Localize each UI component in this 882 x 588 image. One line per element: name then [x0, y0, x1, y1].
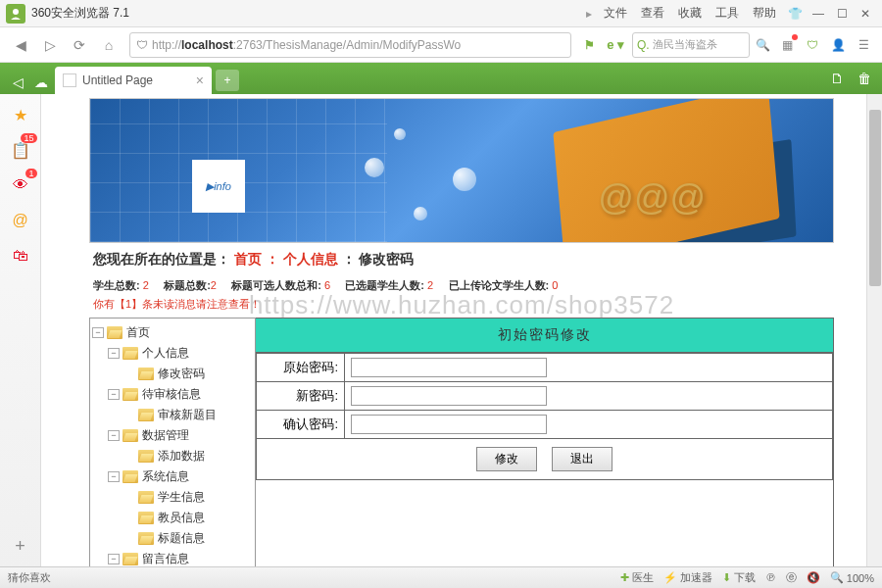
menu-arrow-icon: ▸ [586, 7, 592, 21]
tree-toggle[interactable]: − [92, 327, 104, 338]
search-placeholder: 渔民当海盗杀 [653, 37, 717, 52]
url-text: http://localhost:2763/ThesisManage/Admin… [152, 38, 461, 52]
shield-button[interactable]: 🛡 [802, 34, 823, 56]
tree-label: 系统信息 [142, 468, 189, 485]
status-zoom[interactable]: 🔍100% [830, 571, 874, 584]
alert-message: 你有【1】条未读消息请注意查看！ [89, 295, 834, 314]
menu-view[interactable]: 查看 [635, 3, 670, 24]
maximize-button[interactable]: ☐ [831, 5, 853, 23]
status-p[interactable]: ℗ [765, 571, 776, 584]
tree-item-0[interactable]: −首页 [92, 322, 253, 343]
tab-restore[interactable]: 🗋 [825, 67, 849, 90]
label-new-pw: 新密码: [257, 382, 345, 411]
tree-toggle[interactable]: − [108, 554, 120, 564]
scroll-thumb[interactable] [869, 110, 881, 286]
label-old-pw: 原始密码: [257, 354, 345, 382]
tree-item-7[interactable]: −系统信息 [92, 466, 253, 487]
folder-icon [138, 409, 154, 421]
status-left[interactable]: 猜你喜欢 [8, 570, 620, 585]
status-doctor[interactable]: ✚医生 [620, 570, 654, 585]
ext-button[interactable]: ▦ [776, 34, 798, 56]
tree-label: 数据管理 [142, 427, 189, 444]
tab-close[interactable]: × [196, 73, 204, 88]
home-button[interactable]: ⌂ [96, 32, 122, 58]
tree-toggle[interactable]: − [108, 389, 120, 400]
folder-icon [138, 450, 154, 463]
folder-icon [122, 347, 138, 360]
close-button[interactable]: ✕ [855, 5, 876, 23]
compat-mode[interactable]: e ▾ [603, 37, 628, 52]
tree-toggle[interactable]: − [108, 348, 120, 359]
tab-cloud-icon[interactable]: ☁ [29, 71, 53, 94]
minimize-button[interactable]: — [808, 5, 829, 23]
bc-home[interactable]: 首页 [234, 251, 262, 267]
skin-button[interactable]: 👕 [784, 5, 806, 23]
shield-icon: 🛡 [136, 38, 148, 52]
tab-trash[interactable]: 🗑 [853, 67, 876, 90]
browser-tab[interactable]: Untitled Page × [55, 67, 212, 94]
folder-icon [122, 553, 138, 565]
bc-page: 修改密码 [359, 251, 414, 267]
breadcrumb: 您现在所在的位置是： 首页 ： 个人信息 ： 修改密码 [89, 243, 834, 276]
tree-item-9[interactable]: 教员信息 [92, 508, 253, 528]
tree-label: 教员信息 [158, 510, 205, 526]
new-tab-button[interactable]: + [216, 70, 239, 91]
side-shop[interactable]: 🛍 [8, 243, 33, 269]
side-at[interactable]: @ [8, 208, 33, 233]
label-confirm-pw: 确认密码: [257, 411, 345, 439]
tree-toggle[interactable]: − [108, 430, 120, 441]
folder-icon [138, 512, 154, 524]
browser-title: 360安全浏览器 7.1 [31, 5, 586, 22]
side-favorite[interactable]: ★ [8, 102, 33, 127]
menu-file[interactable]: 文件 [598, 3, 633, 24]
reload-button[interactable]: ⟳ [67, 32, 92, 58]
tab-prev[interactable]: ◁ [6, 71, 29, 94]
submit-button[interactable]: 修改 [476, 447, 537, 471]
folder-icon [138, 532, 154, 545]
tree-item-5[interactable]: −数据管理 [92, 425, 253, 446]
search-box[interactable]: Q. 渔民当海盗杀 [632, 32, 750, 58]
tree-item-8[interactable]: 学生信息 [92, 487, 253, 508]
bc-section[interactable]: 个人信息 [283, 251, 338, 267]
menu-tools[interactable]: 工具 [710, 3, 745, 24]
tree-label: 学生信息 [158, 489, 205, 506]
back-button[interactable]: ◀ [8, 32, 33, 58]
tree-label: 留言信息 [142, 551, 189, 566]
status-accel[interactable]: ⚡加速器 [663, 570, 712, 585]
status-mute[interactable]: 🔇 [807, 571, 820, 584]
folder-icon [107, 326, 122, 339]
tree-item-4[interactable]: 审核新题目 [92, 405, 253, 425]
tree-label: 待审核信息 [142, 386, 201, 403]
scrollbar[interactable] [866, 94, 882, 566]
browser-logo [6, 4, 25, 24]
menu-help[interactable]: 帮助 [747, 3, 782, 24]
forward-button[interactable]: ▷ [37, 32, 63, 58]
input-old-pw[interactable] [351, 358, 547, 377]
menu-button[interactable]: ☰ [853, 34, 874, 56]
input-confirm-pw[interactable] [351, 415, 547, 434]
nav-tree: −首页−个人信息修改密码−待审核信息审核新题目−数据管理添加数据−系统信息学生信… [89, 318, 256, 566]
tree-item-2[interactable]: 修改密码 [92, 364, 253, 384]
tree-label: 首页 [126, 324, 150, 341]
tree-item-10[interactable]: 标题信息 [92, 528, 253, 549]
side-weibo[interactable]: 👁1 [8, 172, 33, 198]
tree-toggle[interactable]: − [108, 471, 120, 482]
tree-item-11[interactable]: −留言信息 [92, 549, 253, 566]
input-new-pw[interactable] [351, 386, 547, 406]
side-calendar[interactable]: 📋15 [8, 137, 33, 163]
tree-item-1[interactable]: −个人信息 [92, 343, 253, 364]
status-download[interactable]: ⬇下载 [722, 570, 756, 585]
tree-item-3[interactable]: −待审核信息 [92, 384, 253, 405]
svg-point-0 [13, 9, 19, 15]
go-button[interactable]: ⚑ [579, 38, 599, 52]
folder-icon [138, 491, 154, 504]
address-bar[interactable]: 🛡 http://localhost:2763/ThesisManage/Adm… [129, 32, 571, 58]
tree-item-6[interactable]: 添加数据 [92, 446, 253, 466]
cancel-button[interactable]: 退出 [552, 447, 612, 471]
side-add[interactable]: + [8, 533, 33, 559]
menu-favorites[interactable]: 收藏 [672, 3, 708, 24]
stats-row: 学生总数: 2 标题总数:2 标题可选人数总和: 6 已选题学生人数: 2 已上… [89, 276, 834, 295]
status-e[interactable]: ⓔ [786, 570, 797, 585]
search-go[interactable]: 🔍 [754, 38, 772, 52]
login-button[interactable]: 👤 [827, 34, 849, 56]
